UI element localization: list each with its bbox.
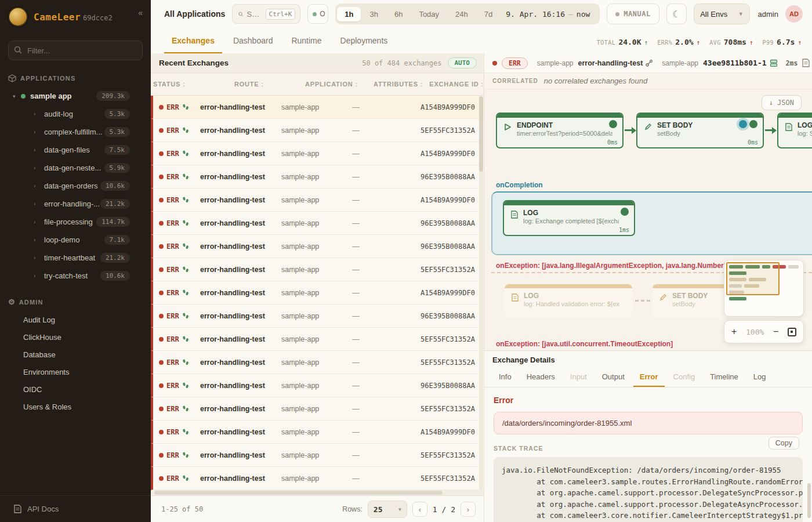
table-row[interactable]: ERR error-handling-test sample-app — 5EF… xyxy=(151,328,484,351)
document-icon[interactable] xyxy=(802,59,810,67)
fit-view-button[interactable] xyxy=(788,328,796,336)
table-row[interactable]: ERR error-handling-test sample-app — 5EF… xyxy=(151,444,484,467)
sidebar-route-item[interactable]: › error-handling-... 21.2k xyxy=(0,195,151,213)
sidebar-route-item[interactable]: › data-gen-neste... 5.9k xyxy=(0,159,151,177)
detail-tab[interactable]: Output xyxy=(596,368,631,387)
time-range-chip[interactable]: 3h xyxy=(362,7,385,21)
minimap[interactable] xyxy=(724,260,804,317)
download-json-button[interactable]: ↓ JSON xyxy=(762,95,802,110)
table-row[interactable]: ERR error-handling-test sample-app — 5EF… xyxy=(151,258,484,281)
time-range-chip[interactable]: 24h xyxy=(448,7,476,21)
online-status-pill[interactable]: O xyxy=(307,4,328,24)
admin-item[interactable]: Environments xyxy=(0,363,151,380)
main-tab[interactable]: Dashboard xyxy=(226,30,281,53)
dark-mode-toggle[interactable]: ☾ xyxy=(666,3,687,24)
column-header[interactable]: ATTRIBUTES: xyxy=(374,81,429,88)
detail-tab[interactable]: Config xyxy=(667,368,702,387)
sidebar-item-sample-app[interactable]: ▾ sample app 209.3k xyxy=(0,87,151,105)
zoom-in-button[interactable]: + xyxy=(731,327,737,336)
table-row[interactable]: ERR error-handling-test sample-app — A15… xyxy=(151,188,484,212)
table-row[interactable]: ERR error-handling-test sample-app — 5EF… xyxy=(151,351,484,374)
table-row[interactable]: ERR error-handling-test sample-app — 96E… xyxy=(151,212,484,235)
copy-button[interactable]: Copy xyxy=(768,437,799,449)
sidebar-route-item[interactable]: › loop-demo 7.1k xyxy=(0,231,151,249)
main-tab[interactable]: Deployments xyxy=(333,30,396,53)
sidebar-route-item[interactable]: › data-gen-files 7.5k xyxy=(0,141,151,159)
error-dot xyxy=(159,105,164,110)
table-row[interactable]: ERR error-handling-test sample-app — 96E… xyxy=(151,304,484,328)
copy-stack-icon[interactable] xyxy=(770,59,778,67)
table-row[interactable]: ERR error-handling-test sample-app — A15… xyxy=(151,281,484,304)
admin-item[interactable]: Users & Roles xyxy=(0,398,151,415)
detail-exchange-id[interactable]: 43ee9811b801-1 xyxy=(703,59,778,67)
api-docs-link[interactable]: API Docs xyxy=(0,495,151,522)
horizontal-scrollbar[interactable] xyxy=(151,490,484,495)
table-row[interactable]: ERR error-handling-test sample-app — 5EF… xyxy=(151,397,484,420)
column-header[interactable]: ROUTE: xyxy=(234,81,305,88)
sidebar-route-item[interactable]: › audit-log 5.3k xyxy=(0,105,151,123)
main-tab[interactable]: Runtime xyxy=(284,30,329,53)
admin-item[interactable]: Database xyxy=(0,346,151,363)
detail-tab[interactable]: Timeline xyxy=(704,368,745,387)
flow-node-endpoint[interactable]: ENDPOINTtimer:errorTest?period=5000&dela… xyxy=(496,113,624,148)
route-cell: error-handling-test xyxy=(200,242,281,251)
flow-canvas[interactable]: ↓ JSON ENDPOINTtimer:errorTest?period=50… xyxy=(484,89,812,350)
main-tab[interactable]: Exchanges xyxy=(164,30,222,53)
table-row[interactable]: ERR error-handling-test sample-app — 96E… xyxy=(151,235,484,258)
admin-item[interactable]: Audit Log xyxy=(0,311,151,328)
filter-input[interactable] xyxy=(8,41,143,60)
status-cell: ERR xyxy=(153,405,200,413)
sidebar-filter xyxy=(8,41,143,60)
flow-node-log[interactable]: LOGlog: Sta xyxy=(777,113,812,148)
date-range[interactable]: 9. Apr. 16:16–now xyxy=(501,10,598,19)
sidebar-collapse-icon[interactable]: « xyxy=(138,7,143,17)
detail-scrollbar[interactable] xyxy=(807,483,811,518)
application-cell: sample-app xyxy=(281,103,352,111)
time-range-chip[interactable]: Today xyxy=(411,7,447,21)
auto-refresh-badge[interactable]: AUTO xyxy=(448,57,477,68)
breakpoint-dot[interactable] xyxy=(739,120,747,128)
detail-tab[interactable]: Log xyxy=(747,368,773,387)
next-page-button[interactable]: › xyxy=(461,502,476,517)
environment-select[interactable]: All Envs▼ xyxy=(694,3,749,24)
detail-tab[interactable]: Headers xyxy=(520,368,561,387)
column-header[interactable]: APPLICATION: xyxy=(305,81,374,88)
time-range-chip[interactable]: 1h xyxy=(337,7,361,21)
flow-node-completion-log[interactable]: LOGlog: Exchange completed [${exchan 1ms xyxy=(503,200,635,236)
rows-per-page-select[interactable]: 25▼ xyxy=(368,501,407,518)
admin-item[interactable]: OIDC xyxy=(0,380,151,398)
sidebar-route-item[interactable]: › timer-heartbeat 21.2k xyxy=(0,249,151,267)
prev-page-button[interactable]: ‹ xyxy=(412,502,427,517)
vertical-scrollbar[interactable] xyxy=(479,96,483,490)
search-input[interactable] xyxy=(247,10,262,19)
table-row[interactable]: ERR error-handling-test sample-app — A15… xyxy=(151,96,484,119)
detail-route[interactable]: error-handling-test xyxy=(578,59,652,67)
sidebar-route-item[interactable]: › try-catch-test 10.6k xyxy=(0,267,151,285)
table-row[interactable]: ERR error-handling-test sample-app — 5EF… xyxy=(151,119,484,142)
flow-node-exception-log[interactable]: LOGlog: Handled validation error: ${exce xyxy=(505,284,632,318)
column-header[interactable]: STATUS: xyxy=(153,81,234,88)
zoom-out-button[interactable]: − xyxy=(773,327,778,336)
detail-tab[interactable]: Info xyxy=(492,368,518,387)
stack-trace-box[interactable]: java.io.FileNotFoundException: /data/ord… xyxy=(494,457,803,522)
time-range-chip[interactable]: 7d xyxy=(477,7,500,21)
time-range-chip[interactable]: 6h xyxy=(387,7,410,21)
admin-item[interactable]: ClickHouse xyxy=(0,328,151,346)
chevron-down-icon: ▾ xyxy=(13,93,21,99)
global-search[interactable]: Ctrl+K xyxy=(232,4,300,24)
sidebar-route-item[interactable]: › data-gen-orders 10.6k xyxy=(0,177,151,195)
flow-node-setbody[interactable]: SET BODYsetBody 0ms xyxy=(636,113,764,148)
detail-tab[interactable]: Input xyxy=(564,368,593,387)
table-row[interactable]: ERR error-handling-test sample-app — 96E… xyxy=(151,374,484,397)
avatar[interactable]: AD xyxy=(785,5,803,23)
column-header[interactable]: EXCHANGE ID: xyxy=(429,81,484,88)
minimap-viewport[interactable] xyxy=(726,262,780,295)
table-row[interactable]: ERR error-handling-test sample-app — 5EF… xyxy=(151,467,484,490)
sidebar-route-item[interactable]: › file-processing 114.7k xyxy=(0,213,151,231)
manual-refresh-button[interactable]: MANUAL xyxy=(607,3,659,24)
detail-tab[interactable]: Error xyxy=(633,368,665,387)
table-row[interactable]: ERR error-handling-test sample-app — A15… xyxy=(151,142,484,165)
table-row[interactable]: ERR error-handling-test sample-app — 96E… xyxy=(151,165,484,188)
table-row[interactable]: ERR error-handling-test sample-app — A15… xyxy=(151,420,484,444)
sidebar-route-item[interactable]: › complex-fulfillm... 5.3k xyxy=(0,123,151,141)
